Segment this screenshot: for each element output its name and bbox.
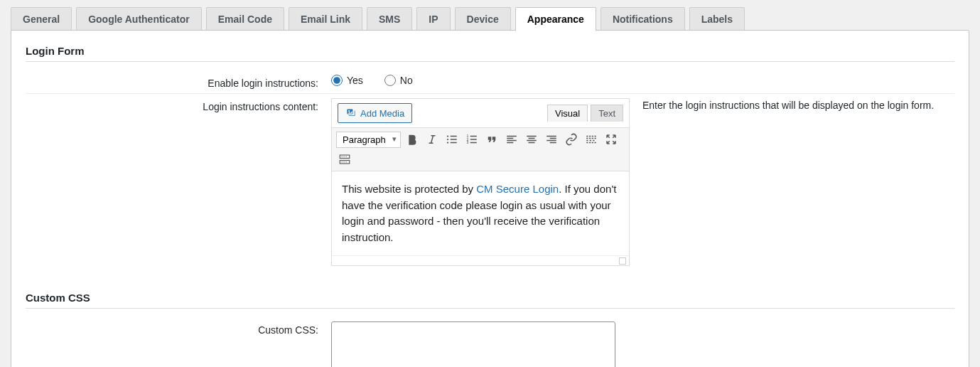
italic-button[interactable]	[424, 131, 441, 148]
add-media-button[interactable]: Add Media	[338, 103, 412, 123]
login-instructions-content-label: Login instructions content:	[26, 98, 331, 112]
read-more-button[interactable]	[583, 131, 600, 148]
tab-email-link[interactable]: Email Link	[289, 7, 362, 31]
enable-login-no-radio[interactable]	[384, 75, 396, 86]
bullet-list-button[interactable]	[443, 131, 461, 148]
media-icon	[345, 107, 357, 119]
editor-resize-handle[interactable]	[619, 257, 626, 265]
editor-content-area[interactable]: This website is protected by CM Secure L…	[332, 171, 629, 255]
editor-link[interactable]: CM Secure Login	[476, 183, 559, 195]
svg-point-0	[447, 135, 448, 137]
enable-login-yes-text: Yes	[347, 75, 363, 86]
svg-point-1	[447, 139, 448, 140]
section-login-form-title: Login Form	[26, 45, 954, 62]
custom-css-label: Custom CSS:	[26, 321, 331, 336]
login-instructions-help: Enter the login instructions that will b…	[642, 98, 934, 111]
enable-login-no-label[interactable]: No	[384, 75, 413, 86]
tab-email-code[interactable]: Email Code	[206, 7, 284, 31]
enable-login-yes-label[interactable]: Yes	[331, 75, 363, 86]
link-button[interactable]	[563, 131, 580, 148]
format-select[interactable]: Paragraph	[336, 132, 401, 148]
toolbar-toggle-button[interactable]	[336, 151, 353, 168]
svg-point-2	[447, 142, 448, 143]
tab-labels[interactable]: Labels	[689, 7, 745, 31]
tab-appearance[interactable]: Appearance	[515, 7, 596, 31]
editor-tab-visual[interactable]: Visual	[547, 105, 588, 122]
fullscreen-button[interactable]	[603, 131, 620, 148]
align-left-button[interactable]	[503, 131, 520, 148]
custom-css-textarea[interactable]	[331, 321, 615, 367]
section-custom-css-title: Custom CSS	[26, 292, 954, 309]
enable-login-instructions-label: Enable login instructions:	[26, 75, 331, 89]
tab-device[interactable]: Device	[455, 7, 511, 31]
wysiwyg-editor: Add Media Visual Text Paragraph	[331, 98, 630, 266]
tab-sms[interactable]: SMS	[367, 7, 412, 31]
add-media-label: Add Media	[360, 108, 404, 119]
tab-notifications[interactable]: Notifications	[601, 7, 685, 31]
enable-login-yes-radio[interactable]	[331, 75, 343, 86]
blockquote-button[interactable]	[483, 131, 500, 148]
numbered-list-button[interactable]: 123	[463, 131, 480, 148]
bold-button[interactable]	[404, 131, 421, 148]
align-center-button[interactable]	[523, 131, 540, 148]
tab-google-authenticator[interactable]: Google Authenticator	[76, 7, 202, 31]
tab-ip[interactable]: IP	[416, 7, 450, 31]
tab-general[interactable]: General	[11, 7, 72, 31]
enable-login-no-text: No	[400, 75, 413, 86]
align-right-button[interactable]	[543, 131, 560, 148]
editor-tab-text[interactable]: Text	[591, 105, 623, 122]
editor-text-before: This website is protected by	[342, 183, 476, 195]
svg-text:3: 3	[467, 140, 469, 144]
